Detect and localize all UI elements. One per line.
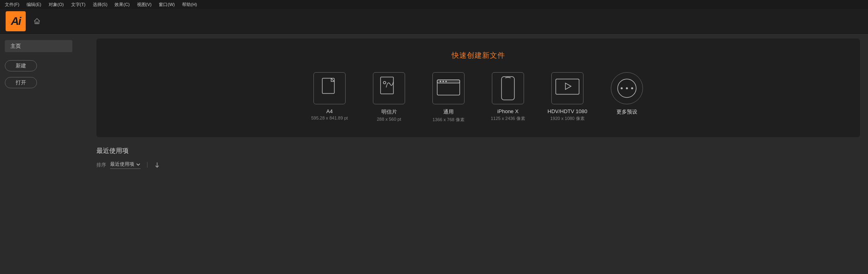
template-hdtv[interactable]: HDV/HDTV 1080 1920 x 1080 像素 — [547, 72, 588, 122]
svg-point-15 — [631, 87, 633, 89]
template-a4-size: 595.28 x 841.89 pt — [311, 116, 348, 120]
quick-create-panel: 快速创建新文件 A4 595.28 x 841.89 pt — [96, 39, 860, 137]
sort-option-label: 最近使用项 — [110, 161, 134, 168]
svg-point-14 — [626, 87, 628, 89]
sidebar: 主页 新建 打开 — [0, 34, 88, 274]
chevron-down-icon — [136, 162, 141, 167]
menu-view[interactable]: 视图(V) — [134, 1, 155, 8]
menu-help[interactable]: 帮助(H) — [179, 1, 200, 8]
menu-file[interactable]: 文件(F) — [2, 1, 23, 8]
template-postcard[interactable]: 明信片 288 x 560 pt — [369, 72, 409, 122]
template-general-icon — [432, 72, 465, 104]
nav-home[interactable]: 主页 — [5, 40, 72, 52]
template-hdtv-size: 1920 x 1080 像素 — [550, 116, 585, 122]
menu-text[interactable]: 文字(T) — [68, 1, 89, 8]
template-iphone-name: iPhone X — [497, 108, 519, 114]
svg-point-8 — [445, 81, 447, 82]
svg-rect-9 — [502, 77, 514, 100]
menu-edit[interactable]: 编辑(E) — [23, 1, 45, 8]
template-iphone-icon — [492, 72, 524, 104]
menubar: 文件(F) 编辑(E) 对象(O) 文字(T) 选择(S) 效果(C) 视图(V… — [0, 0, 868, 9]
menu-select[interactable]: 选择(S) — [90, 1, 111, 8]
title-suffix: 新文件 — [482, 51, 505, 59]
svg-marker-11 — [565, 83, 571, 89]
template-a4-name: A4 — [326, 108, 333, 114]
svg-rect-1 — [322, 78, 334, 93]
sort-bar: 排序 最近使用项 — [96, 161, 860, 169]
new-button[interactable]: 新建 — [5, 60, 37, 71]
template-postcard-name: 明信片 — [381, 108, 397, 116]
quick-create-title: 快速创建新文件 — [452, 51, 505, 60]
svg-point-13 — [621, 87, 623, 89]
template-iphone-size: 1125 x 2436 像素 — [491, 116, 525, 122]
title-prefix: 快速 — [452, 51, 467, 59]
templates-row: A4 595.28 x 841.89 pt 明信片 288 x 560 pt — [309, 72, 647, 123]
template-postcard-size: 288 x 560 pt — [377, 117, 401, 122]
sort-direction-button[interactable] — [154, 162, 160, 168]
svg-point-3 — [383, 81, 386, 84]
menu-window[interactable]: 窗口(W) — [156, 1, 178, 8]
template-general[interactable]: 通用 1366 x 768 像素 — [428, 72, 469, 123]
sort-divider — [147, 162, 147, 168]
titlebar: Ai — [0, 9, 868, 34]
template-general-name: 通用 — [443, 108, 454, 116]
main-layout: 主页 新建 打开 快速创建新文件 — [0, 34, 868, 274]
ai-logo: Ai — [6, 11, 26, 31]
template-more-name: 更多预设 — [616, 108, 637, 116]
svg-rect-10 — [556, 79, 579, 94]
svg-point-6 — [440, 81, 441, 82]
recent-title: 最近使用项 — [96, 147, 860, 155]
template-general-size: 1366 x 768 像素 — [432, 117, 465, 123]
template-iphone[interactable]: iPhone X 1125 x 2436 像素 — [488, 72, 528, 122]
template-more-icon — [611, 72, 643, 104]
template-postcard-icon — [373, 72, 405, 104]
template-a4[interactable]: A4 595.28 x 841.89 pt — [309, 72, 350, 120]
template-hdtv-icon — [551, 72, 583, 104]
content-area: 快速创建新文件 A4 595.28 x 841.89 pt — [88, 34, 868, 274]
svg-point-7 — [442, 81, 444, 82]
menu-effect[interactable]: 效果(C) — [111, 1, 133, 8]
template-hdtv-name: HDV/HDTV 1080 — [548, 108, 588, 114]
menu-object[interactable]: 对象(O) — [45, 1, 67, 8]
sort-label: 排序 — [96, 162, 106, 168]
title-highlight: 创建 — [467, 51, 482, 59]
sort-dropdown[interactable]: 最近使用项 — [110, 161, 141, 169]
recent-section: 最近使用项 排序 最近使用项 — [96, 147, 860, 177]
svg-rect-0 — [36, 22, 38, 24]
home-icon[interactable] — [31, 15, 43, 28]
template-a4-icon — [313, 72, 346, 104]
template-more[interactable]: 更多预设 — [607, 72, 647, 117]
open-button[interactable]: 打开 — [5, 77, 37, 88]
